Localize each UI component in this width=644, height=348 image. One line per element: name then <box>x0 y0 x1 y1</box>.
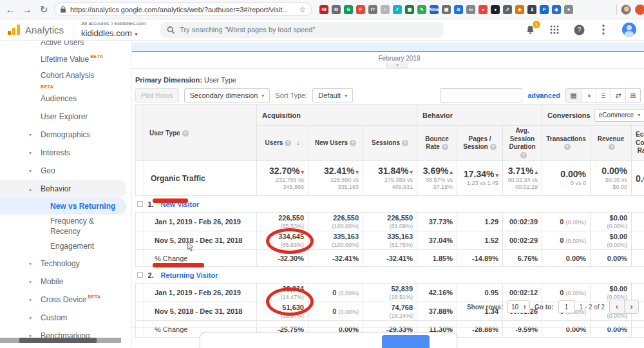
analytics-search[interactable] <box>160 22 444 38</box>
search-input[interactable] <box>180 26 437 34</box>
conversions-group-header: ConversionseCommerce▾ <box>542 105 644 126</box>
extension-icon[interactable]: ● <box>491 5 500 14</box>
extension-icon[interactable]: f? <box>368 5 377 14</box>
primary-dimension-value[interactable]: User Type <box>204 76 236 84</box>
sidebar-item-cross-device[interactable]: ▾Cross DeviceBETA <box>0 291 131 309</box>
row-checkbox[interactable] <box>136 267 144 284</box>
row-dimension: 1.New Visitor <box>144 196 644 213</box>
bottom-primary-button[interactable] <box>382 335 430 348</box>
extension-icon[interactable]: ◆ <box>515 5 524 14</box>
analytics-logo-icon[interactable] <box>8 24 20 35</box>
sidebar-item-behavior[interactable]: ▴Behavior <box>0 180 126 198</box>
apps-grid-icon[interactable] <box>549 24 560 35</box>
extension-icon[interactable]: M <box>332 5 341 14</box>
sidebar-item-demographics[interactable]: ▾Demographics <box>0 126 131 144</box>
percentage-view-icon[interactable]: ◑ <box>581 89 596 102</box>
column-header-new-users[interactable]: New Users? <box>308 126 363 161</box>
advanced-search-link[interactable]: advanced <box>527 92 560 99</box>
new-visitor-link[interactable]: New Visitor <box>161 200 200 208</box>
extension-icon[interactable]: ✓ <box>393 5 402 14</box>
primary-dimension: Primary Dimension: User Type <box>135 76 236 84</box>
help-icon[interactable]: ? <box>573 24 585 35</box>
chevron-down-icon: ▾ <box>29 168 32 174</box>
summary-users: 32.70%▾232,766 vs 345,869 <box>257 161 308 196</box>
extension-icon[interactable]: ⊘ <box>454 5 463 14</box>
sidebar-item-mobile[interactable]: ▾Mobile <box>0 273 131 291</box>
primary-dimension-label: Primary Dimension: <box>135 76 202 84</box>
extension-icon[interactable]: P <box>540 5 549 14</box>
extension-icon[interactable]: ▣ <box>442 5 451 14</box>
reload-icon[interactable]: ↻ <box>37 4 50 15</box>
sidebar-item-users-flow[interactable]: ▾Users Flow <box>0 345 131 348</box>
comparison-view-icon[interactable]: ⇄ <box>611 89 625 102</box>
sort-type-button[interactable]: Default▾ <box>312 88 353 102</box>
sidebar-item-new-vs-returning[interactable]: New vs Returning <box>0 198 126 215</box>
overflow-menu-icon[interactable] <box>598 24 609 35</box>
browser-profile-avatar[interactable] <box>621 5 631 15</box>
secondary-dimension-button[interactable]: Secondary dimension▾ <box>184 88 270 102</box>
column-header-revenue[interactable]: Revenue? <box>591 126 632 161</box>
sidebar-item-interests[interactable]: ▾Interests <box>0 144 131 162</box>
extension-icon[interactable]: ◐ <box>381 5 390 14</box>
goto-page-input[interactable] <box>558 300 575 313</box>
extension-icon[interactable]: ♣ <box>564 5 573 14</box>
column-header-transactions[interactable]: Transactions? <box>542 126 591 161</box>
performance-view-icon[interactable]: Ξ <box>596 89 611 102</box>
sidebar-item-user-explorer[interactable]: User Explorer <box>0 108 131 126</box>
summary-pages-session: 17.34%▾1.23 vs 1.49 <box>457 161 503 196</box>
extension-icon[interactable]: G <box>344 5 353 14</box>
extension-icon[interactable]: F <box>356 5 365 14</box>
user-avatar[interactable] <box>622 23 636 37</box>
table-search-input[interactable] <box>440 92 537 99</box>
sidebar-item-engagement[interactable]: Engagement <box>0 238 131 255</box>
sidebar-horizontal-scrollbar[interactable] <box>0 338 121 343</box>
extension-icon[interactable]: ▦ <box>405 5 414 14</box>
extension-icon[interactable]: ⊻ <box>527 5 536 14</box>
sidebar-item-lifetime-value[interactable]: Lifetime ValueBETA <box>0 50 131 68</box>
back-icon[interactable]: ← <box>4 4 17 15</box>
extension-icon[interactable]: New <box>430 5 439 14</box>
account-switcher[interactable]: All accounts > kididdles.com kididdles.c… <box>81 21 146 38</box>
sidebar-item-geo[interactable]: ▾Geo <box>0 162 131 180</box>
column-header-pages-session[interactable]: Pages / Session? <box>457 126 503 161</box>
bookmark-star-icon[interactable]: ☆ <box>299 5 306 14</box>
metric-cell: 0.00% <box>542 321 591 338</box>
sidebar-item-audiences[interactable]: Audiences <box>0 90 131 108</box>
pivot-view-icon[interactable]: ⊞ <box>625 89 640 102</box>
ecommerce-selector[interactable]: eCommerce▾ <box>594 109 644 122</box>
column-header-users[interactable]: Users?↓ <box>257 126 308 161</box>
sidebar-item-technology[interactable]: ▾Technology <box>0 255 131 273</box>
column-header-sessions[interactable]: Sessions? <box>363 126 417 161</box>
notifications-bell-icon[interactable]: 1 <box>524 24 536 35</box>
address-bar[interactable]: https://analytics.google.com/analytics/w… <box>54 3 312 16</box>
column-header-ecommerce-rate[interactable]: Ecommerce Conversion Rate <box>632 126 644 161</box>
browser-menu-icon[interactable] <box>635 5 644 15</box>
chart-collapse-tab[interactable]: ▾ <box>386 63 408 68</box>
scrollbar-thumb[interactable] <box>19 338 97 343</box>
extension-icon[interactable]: ➚ <box>503 5 512 14</box>
column-header-bounce-rate[interactable]: Bounce Rate? <box>417 126 457 161</box>
analytics-header: Analytics All accounts > kididdles.com k… <box>0 19 644 41</box>
metric-cell: 226,550 (81.09%) <box>363 213 417 231</box>
extension-icon[interactable]: 48 <box>319 5 328 14</box>
forward-icon[interactable]: → <box>21 4 33 15</box>
show-rows-select[interactable]: 10▲▼ <box>507 300 530 313</box>
previous-page-button[interactable]: ‹ <box>610 300 624 313</box>
row-checkbox[interactable] <box>136 196 144 213</box>
sidebar-item-frequency-recency[interactable]: Frequency & Recency <box>0 215 131 238</box>
table-view-icon[interactable]: ▦ <box>566 89 581 102</box>
extension-icon[interactable]: ● <box>478 5 488 14</box>
extension-icon[interactable]: ✎ <box>417 5 426 14</box>
next-page-button[interactable]: › <box>624 300 638 313</box>
returning-visitor-link[interactable]: Returning Visitor <box>161 271 218 279</box>
plot-rows-button[interactable]: Plot Rows <box>135 88 179 102</box>
help-icon: ? <box>285 140 291 146</box>
sidebar-item-cohort-analysis[interactable]: Cohort AnalysisBETA <box>0 68 131 90</box>
column-header-avg-session-duration[interactable]: Avg. Session Duration? <box>503 126 542 161</box>
sidebar-item-active-users[interactable]: Active Users <box>0 41 131 50</box>
sidebar-item-custom[interactable]: ▾Custom <box>0 309 131 327</box>
dimension-column-header[interactable]: User Type? <box>144 105 257 161</box>
table-search[interactable]: ⌕ <box>440 88 522 102</box>
extension-icon[interactable]: ◆ <box>552 5 561 14</box>
extension-icon[interactable]: ▭ <box>466 5 475 14</box>
